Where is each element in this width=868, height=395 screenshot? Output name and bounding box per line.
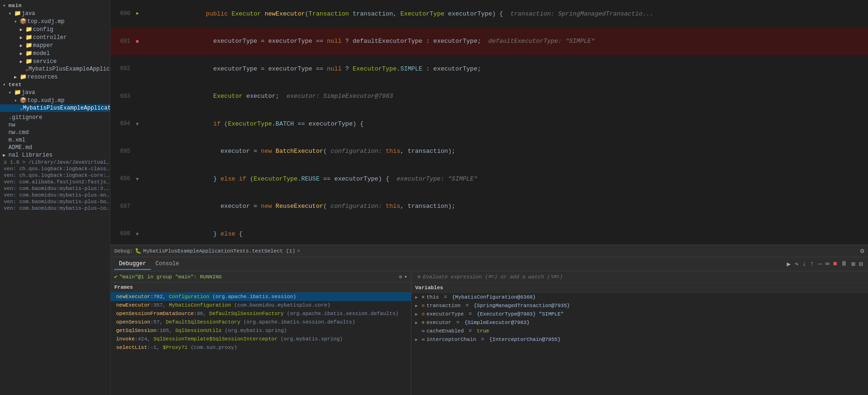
gutter (134, 83, 143, 111)
frame-item-105[interactable]: getSqlSession:105, SqlSessionUtils (org.… (110, 326, 411, 335)
filter-icon[interactable]: ⊘ (399, 274, 402, 280)
debug-tab-console[interactable]: Console (151, 259, 184, 270)
folder-icon: 📁 (25, 58, 33, 65)
expand-triangle-icon: ▶ (415, 312, 420, 317)
var-eq: = (453, 320, 463, 325)
stop-btn[interactable]: ■ (832, 260, 838, 268)
frame-pkg: (org.apache.ibatis.session.defaults) (240, 319, 355, 325)
frame-fn-name: newExecutor (116, 294, 150, 300)
var-item-interceptorchain[interactable]: ▶ ∞ interceptorChain = {InterceptorChain… (411, 335, 868, 344)
sidebar-item-nw[interactable]: nw (0, 121, 110, 129)
code-editor[interactable]: 690 ➤ public Executor newExecutor(Transa… (110, 0, 868, 245)
close-panel-btn[interactable]: ⊟ (858, 260, 864, 268)
sidebar-item-model[interactable]: ▶ 📁 model (0, 49, 110, 57)
sidebar-item-config[interactable]: ▶ 📁 config (0, 25, 110, 33)
code-content[interactable]: executor = new BatchExecutor( configurat… (143, 138, 868, 166)
expr-bar: + (411, 271, 868, 283)
sidebar-section-main[interactable]: ▾ main (0, 2, 110, 9)
line-number: 690 (110, 0, 134, 28)
var-item-this[interactable]: ▶ ≡ this = {MybatisConfiguration@6368} (411, 293, 868, 301)
gutter: ▼ (134, 220, 143, 245)
sidebar-item-mxml[interactable]: m.xml (0, 136, 110, 144)
sidebar-label: ADME.md (8, 144, 32, 151)
resume-btn[interactable]: ▶ (785, 260, 792, 268)
code-content[interactable]: executorType = executorType == null ? Ex… (143, 55, 868, 83)
debug-tab-debugger[interactable]: Debugger (114, 259, 151, 270)
code-line-698: 698 ▼ } else { (110, 220, 868, 245)
var-eq: = (463, 303, 472, 308)
frame-fn-name: selectList (116, 345, 147, 350)
frame-item-57[interactable]: openSession:57, DefaultSqlSessionFactory… (110, 318, 411, 326)
frame-item-96[interactable]: openSessionFromDataSource:96, DefaultSql… (110, 309, 411, 318)
frame-fn-name: invoke (116, 336, 135, 342)
sidebar-label: model (33, 50, 50, 57)
sidebar-section-test[interactable]: ▾ test (0, 81, 110, 88)
var-item-executortype[interactable]: ▶ ⊙ executorType = {ExecutorType@7903} "… (411, 310, 868, 318)
sidebar-item-java[interactable]: ▾ 📁 java (0, 9, 110, 17)
code-content[interactable]: public Executor newExecutor(Transaction … (143, 0, 868, 28)
triangle-icon: ▶ (14, 74, 20, 80)
sidebar-main-label: main (8, 3, 22, 8)
sidebar-item-test-topxudjmp[interactable]: ▾ 📦 top.xudj.mp (0, 96, 110, 104)
frame-item-proxy[interactable]: selectList:-1, $Proxy71 (com.sun.proxy) (110, 343, 411, 352)
expand-triangle-icon: ▶ (415, 337, 420, 342)
frame-location: :105, (157, 328, 175, 333)
frame-item-702[interactable]: newExecutor:702, Configuration (org.apac… (110, 292, 411, 301)
sidebar-item-adme[interactable]: ADME.md (0, 144, 110, 151)
filter-dropdown-icon[interactable]: ▾ (404, 274, 407, 280)
expr-input[interactable] (423, 274, 864, 280)
sidebar-item-libraries[interactable]: ▶ nal Libraries (0, 151, 110, 159)
line-number: 695 (110, 138, 134, 166)
debug-settings-icon[interactable]: ⚙ (860, 247, 864, 255)
sidebar-item-application[interactable]: ☕ MybatisPlusExampleApplication (0, 65, 110, 73)
dep-item-fastjson: ven: com.alibaba.fastjson2:fastjson2:2.0… (0, 179, 110, 185)
console-tab-label: Console (156, 261, 179, 267)
code-content[interactable]: executor = new ReuseExecutor( configurat… (143, 193, 868, 221)
step-over-btn[interactable]: ↷ (793, 260, 800, 268)
code-content[interactable]: Executor executor; executor: SimpleExecu… (143, 83, 868, 111)
code-line-694: 694 ▼ if (ExecutorType.BATCH == executor… (110, 110, 868, 138)
triangle-icon: ▾ (8, 11, 14, 16)
add-watch-btn[interactable]: + (415, 273, 423, 281)
sidebar-item-topxudjmp[interactable]: ▾ 📦 top.xudj.mp (0, 17, 110, 25)
mute-btn[interactable]: ⏸ (839, 260, 849, 268)
sidebar-item-nwcmd[interactable]: nw.cmd (0, 129, 110, 136)
evaluate-btn[interactable]: ⌨ (824, 260, 830, 268)
sidebar-item-resources[interactable]: ▶ 📁 resources (0, 73, 110, 81)
code-content[interactable]: if (ExecutorType.BATCH == executorType) … (143, 110, 868, 138)
sidebar-label: java (22, 10, 35, 17)
dep-item-mybatisplus-core: ven: com.baomidou:mybatis-plus-core:3.5.… (0, 205, 110, 212)
code-content[interactable]: executorType = executorType == null ? de… (143, 28, 868, 55)
frames-header-label: Frames (110, 283, 411, 292)
sidebar-item-test-java[interactable]: ▾ 📁 java (0, 88, 110, 96)
java-file-icon: ☕ (20, 105, 23, 111)
var-name: executor (426, 320, 451, 325)
gutter: ▼ (134, 110, 143, 138)
sidebar-item-mapper[interactable]: ▶ 📁 mapper (0, 41, 110, 49)
step-into-btn[interactable]: ↓ (801, 260, 807, 268)
sidebar-item-controller[interactable]: ▶ 📁 controller (0, 33, 110, 41)
frame-item-424[interactable]: invoke:424, SqlSessionTemplate$SqlSessio… (110, 335, 411, 343)
expand-triangle-icon: ▶ (415, 303, 420, 308)
code-content[interactable]: } else if (ExecutorType.REUSE == executo… (143, 165, 868, 193)
var-type-icon: ∞ (422, 337, 425, 342)
var-item-transaction[interactable]: ▶ ⊙ transaction = {SpringManagedTransact… (411, 301, 868, 310)
var-item-cacheenabled[interactable]: ▶ ∞ cacheEnabled = true (411, 327, 868, 335)
triangle-icon: ▶ (20, 59, 25, 64)
triangle-icon: ▾ (3, 82, 8, 87)
code-content[interactable]: } else { (143, 220, 868, 245)
sidebar-item-gitignore[interactable]: .gitignore (0, 114, 110, 121)
sidebar-item-service[interactable]: ▶ 📁 service (0, 57, 110, 65)
debug-session-label: MybatisPlusExampleApplicationTests.testS… (143, 248, 295, 254)
restore-layout-btn[interactable]: ⊞ (850, 260, 856, 268)
debug-session-close[interactable]: × (297, 248, 300, 254)
line-number: 697 (110, 193, 134, 221)
run-to-cursor-btn[interactable]: → (816, 260, 823, 268)
frame-item-357[interactable]: newExecutor:357, MybatisConfiguration (c… (110, 301, 411, 309)
triangle-icon: ▾ (14, 19, 20, 24)
sidebar-item-test-application[interactable]: ☕ MybatisPlusExampleApplicationTes (0, 104, 110, 112)
var-item-executor[interactable]: ▶ ≡ executor = {SimpleExecutor@7983} (411, 318, 868, 327)
step-out-btn[interactable]: ↑ (808, 260, 815, 268)
sidebar-label: m.xml (8, 137, 25, 143)
debug-title-bar: Debug: 🐛 MybatisPlusExampleApplicationTe… (110, 245, 868, 257)
